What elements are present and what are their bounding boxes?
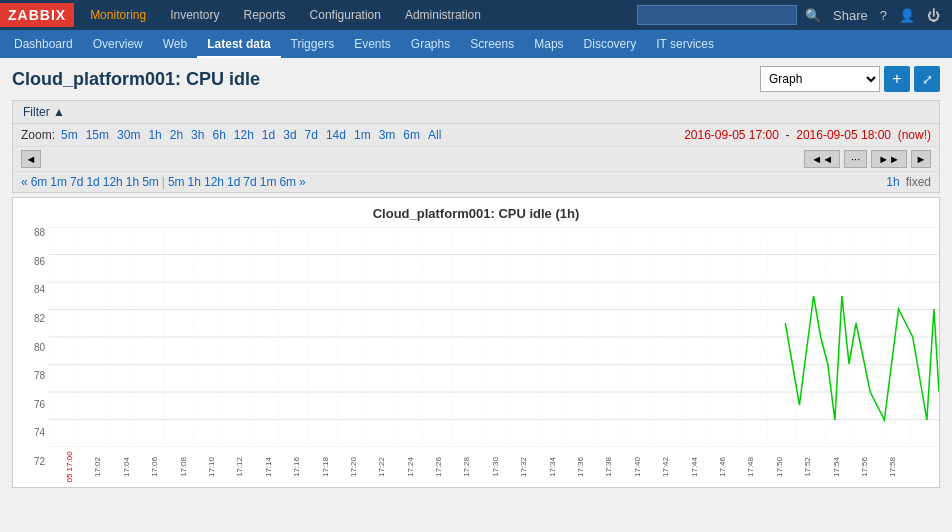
nav-monitoring[interactable]: Monitoring [78, 0, 158, 30]
sec-nav-graphs[interactable]: Graphs [401, 30, 460, 58]
user-icon[interactable]: 👤 [895, 8, 919, 23]
help-icon[interactable]: ? [876, 8, 891, 23]
y-label-78: 78 [17, 370, 45, 381]
graph-select-wrapper: Graph + ⤢ [760, 66, 940, 92]
search-input[interactable] [637, 5, 797, 25]
qnav-left-1m[interactable]: 1m [50, 175, 67, 189]
qnav-right-1h[interactable]: 1h [188, 175, 201, 189]
nav-mid-dots[interactable]: ··· [844, 150, 867, 168]
zoom-7d[interactable]: 7d [303, 128, 320, 142]
qnav-dbl-right[interactable]: » [299, 175, 306, 189]
nav-reports[interactable]: Reports [232, 0, 298, 30]
qnav-left-12h[interactable]: 12h [103, 175, 123, 189]
qnav-dbl-left[interactable]: « [21, 175, 28, 189]
zoom-6h[interactable]: 6h [210, 128, 227, 142]
x-axis: 05 17:00 17:02 17:04 17:06 17:08 17:10 1… [49, 447, 939, 487]
qnav-right-1d[interactable]: 1d [227, 175, 240, 189]
zoom-15m[interactable]: 15m [84, 128, 111, 142]
zoom-3d[interactable]: 3d [281, 128, 298, 142]
y-axis: 88 86 84 82 80 78 76 74 72 [13, 227, 49, 487]
svg-text:17:58: 17:58 [888, 456, 897, 477]
y-label-82: 82 [17, 313, 45, 324]
zoom-14d[interactable]: 14d [324, 128, 348, 142]
qnav-right-1m[interactable]: 1m [260, 175, 277, 189]
add-button[interactable]: + [884, 66, 910, 92]
zabbix-logo[interactable]: ZABBIX [0, 3, 74, 27]
svg-text:17:46: 17:46 [718, 456, 727, 477]
power-icon[interactable]: ⏻ [923, 8, 944, 23]
qnav-left-7d[interactable]: 7d [70, 175, 83, 189]
qnav-left-5m[interactable]: 5m [142, 175, 159, 189]
zoom-3m[interactable]: 3m [377, 128, 398, 142]
sec-nav-triggers[interactable]: Triggers [281, 30, 345, 58]
sec-nav-maps[interactable]: Maps [524, 30, 573, 58]
sec-nav-screens[interactable]: Screens [460, 30, 524, 58]
svg-text:17:32: 17:32 [519, 456, 528, 477]
timeline-nav-right: ◄◄ ··· ►► ► [804, 150, 931, 168]
svg-text:17:06: 17:06 [150, 456, 159, 477]
qnav-right-12h[interactable]: 12h [204, 175, 224, 189]
svg-text:17:16: 17:16 [292, 456, 301, 477]
sec-nav-latest-data[interactable]: Latest data [197, 30, 280, 58]
graph-type-select[interactable]: Graph [760, 66, 880, 92]
share-button[interactable]: Share [829, 8, 872, 23]
nav-administration[interactable]: Administration [393, 0, 493, 30]
qnav-left-1d[interactable]: 1d [86, 175, 99, 189]
sec-nav-it-services[interactable]: IT services [646, 30, 724, 58]
nav-inventory[interactable]: Inventory [158, 0, 231, 30]
nav-configuration[interactable]: Configuration [298, 0, 393, 30]
quick-nav-row: « 6m 1m 7d 1d 12h 1h 5m | 5m 1h 12h 1d 7… [13, 172, 939, 192]
svg-text:17:22: 17:22 [377, 456, 386, 477]
qnav-1h[interactable]: 1h [886, 175, 899, 189]
filter-toggle[interactable]: Filter ▲ [13, 101, 939, 124]
sec-nav-dashboard[interactable]: Dashboard [4, 30, 83, 58]
y-label-84: 84 [17, 284, 45, 295]
top-nav-right: 🔍 Share ? 👤 ⏻ [637, 5, 952, 25]
title-row: Cloud_platform001: CPU idle Graph + ⤢ [12, 66, 940, 92]
zoom-2h[interactable]: 2h [168, 128, 185, 142]
qnav-right: 1h fixed [886, 175, 931, 189]
zoom-3h[interactable]: 3h [189, 128, 206, 142]
nav-right-double[interactable]: ►► [871, 150, 907, 168]
zoom-6m[interactable]: 6m [401, 128, 422, 142]
nav-left-double[interactable]: ◄◄ [804, 150, 840, 168]
qnav-right-7d[interactable]: 7d [243, 175, 256, 189]
zoom-row: Zoom: 5m 15m 30m 1h 2h 3h 6h 12h 1d 3d 7… [13, 124, 939, 147]
zoom-12h[interactable]: 12h [232, 128, 256, 142]
zoom-label: Zoom: [21, 128, 55, 142]
svg-text:17:26: 17:26 [434, 456, 443, 477]
chart-svg-wrapper: 05 17:00 17:02 17:04 17:06 17:08 17:10 1… [49, 227, 939, 487]
svg-text:17:40: 17:40 [633, 456, 642, 477]
zoom-5m[interactable]: 5m [59, 128, 80, 142]
svg-text:17:44: 17:44 [690, 456, 699, 477]
top-navigation: ZABBIX Monitoring Inventory Reports Conf… [0, 0, 952, 30]
nav-left-arrow[interactable]: ◄ [21, 150, 41, 168]
search-icon[interactable]: 🔍 [801, 8, 825, 23]
sec-nav-web[interactable]: Web [153, 30, 197, 58]
qnav-right-6m[interactable]: 6m [279, 175, 296, 189]
fullscreen-button[interactable]: ⤢ [914, 66, 940, 92]
sec-nav-overview[interactable]: Overview [83, 30, 153, 58]
svg-text:17:10: 17:10 [207, 456, 216, 477]
chart-container: Cloud_platform001: CPU idle (1h) 88 86 8… [12, 197, 940, 488]
svg-text:17:42: 17:42 [661, 456, 670, 477]
zoom-1d[interactable]: 1d [260, 128, 277, 142]
qnav-right-5m[interactable]: 5m [168, 175, 185, 189]
svg-text:17:48: 17:48 [746, 456, 755, 477]
sec-nav-discovery[interactable]: Discovery [574, 30, 647, 58]
nav-right-arrow[interactable]: ► [911, 150, 931, 168]
svg-text:17:24: 17:24 [406, 456, 415, 477]
zoom-all[interactable]: All [426, 128, 443, 142]
qnav-left-6m[interactable]: 6m [31, 175, 48, 189]
zoom-1m[interactable]: 1m [352, 128, 373, 142]
qnav-left-1h[interactable]: 1h [126, 175, 139, 189]
svg-text:17:04: 17:04 [122, 456, 131, 477]
zoom-30m[interactable]: 30m [115, 128, 142, 142]
svg-text:17:20: 17:20 [349, 456, 358, 477]
svg-text:17:56: 17:56 [860, 456, 869, 477]
svg-text:17:02: 17:02 [93, 456, 102, 477]
sec-nav-events[interactable]: Events [344, 30, 401, 58]
page-title: Cloud_platform001: CPU idle [12, 69, 760, 90]
zoom-1h[interactable]: 1h [146, 128, 163, 142]
svg-text:17:34: 17:34 [548, 456, 557, 477]
